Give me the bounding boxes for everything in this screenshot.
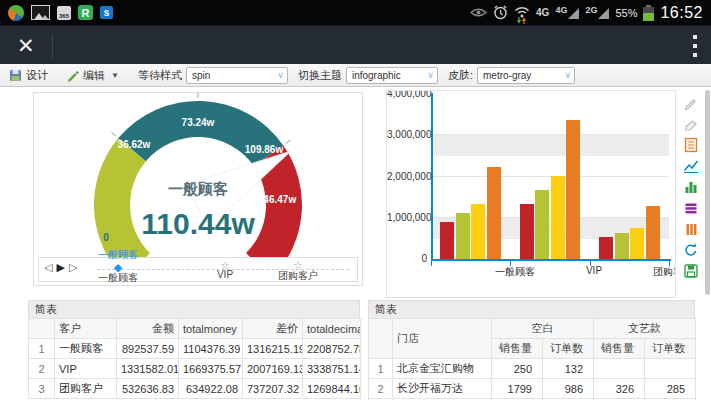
skin-label: 皮肤: [448,68,473,83]
signal-4g-icon: 4G [555,6,579,19]
table-cell: 1 [369,359,393,379]
col-totaldecimal: totaldecimal [303,319,361,339]
col-orders: 订单数 [543,339,594,359]
365-calendar-icon: 365 [57,6,71,20]
gauge-chart: 36.62w 73.24w 109.86w 0 146.47w 一般顾客 110… [34,93,362,261]
gauge-axis-label: 109.86w [245,144,284,155]
clock: 16:52 [660,4,703,22]
gauge-axis-label: 36.62w [118,139,151,150]
table-cell: 1316215.19 [243,339,303,359]
table-title: 简表 [28,300,360,318]
wait-style-label: 等待样式 [138,68,182,83]
table-cell: 1 [29,339,55,359]
save-image-icon[interactable] [683,263,699,279]
mark-pencil-icon[interactable] [683,95,699,111]
col-store: 门店 [393,319,492,359]
y-axis-label: 4,000,000 [387,90,427,99]
timeline-current-label: 一般顾客 [98,248,138,262]
table-row: 1北京金宝汇购物250132 [369,359,696,379]
bar-chart-panel: 4,000,000 3,000,000 2,000,000 1,000,000 … [386,90,676,298]
restore-refresh-icon[interactable] [683,242,699,258]
circular-app-icon [8,5,24,21]
col-sales: 销售量 [594,339,645,359]
gauge-axis-label: 0 [103,232,109,243]
col-customer: 客户 [55,319,117,339]
theme-label: 切换主题 [298,68,342,83]
bar-chart-icon[interactable] [683,179,699,195]
line-chart-icon[interactable] [683,158,699,174]
table-row: 2VIP1331582.011669375.572007169.13333875… [29,359,361,379]
table-cell: 634922.08 [179,379,243,399]
y-axis-label: 3,000,000 [387,129,427,140]
summary-table-right: 简表 门店 空白 文艺款 销售量 订单数 销售量 订单数 1北京金宝汇购物250… [368,300,695,400]
x-axis-label: 一般顾客 [495,265,535,279]
wifi-icon [514,4,530,22]
y-axis-label: 1,000,000 [387,212,427,223]
table-group-header-row: 门店 空白 文艺款 [369,319,696,339]
s-messenger-icon: s [100,6,113,19]
bar-totalmoney [535,190,549,259]
eraser-icon[interactable] [683,116,699,132]
timeline-next-button[interactable]: ▷ [69,261,77,274]
network-4g-badge: 4G [536,7,549,18]
gauge-value: 110.44w [141,207,255,240]
design-button[interactable]: 设计 [0,64,57,86]
timeline-item-active[interactable]: ◆ 一般顾客 [98,263,138,285]
bar-金额 [520,204,534,259]
bar-totaldecimal [487,167,501,259]
table-row: 2长沙开福万达1799986326285 [369,379,696,399]
overflow-menu-icon[interactable] [693,35,697,57]
r-app-icon: R [78,5,93,20]
data-activity-arrows-icon [517,17,526,24]
gauge-title: 一般顾客 [168,180,228,197]
bar-series [431,93,669,259]
vertical-scrollbar[interactable] [705,90,710,295]
table-cell: 2 [369,379,393,399]
table-cell: 892537.59 [117,339,179,359]
timeline-item[interactable]: ☆ 团购客户 [278,261,318,283]
chevron-down-icon: ∨ [564,70,571,80]
gauge-segment-teal [118,101,283,166]
action-bar-divider [52,34,53,58]
chevron-down-icon: ∨ [427,70,434,80]
timeline-prev-button[interactable]: ◁ [44,261,52,274]
close-icon[interactable]: ✕ [0,34,52,58]
timeline-play-button[interactable]: ▶ [56,261,64,274]
timeline-item[interactable]: ☆ VIP [217,261,233,280]
table-cell: 北京金宝汇购物 [393,359,492,379]
table-cell: 3 [29,379,55,399]
group-blank: 空白 [492,319,594,339]
table-row: 3团购客户532636.83634922.08737207.321269844.… [29,379,361,399]
page: 365 R s [0,0,711,400]
table-cell: 长沙开福万达 [393,379,492,399]
table-cell: 1331582.01 [117,359,179,379]
stack-icon[interactable] [683,200,699,216]
col-diff: 差价 [243,319,303,339]
edit-caret-icon: ▼ [111,71,119,80]
table-cell: 2007169.13 [243,359,303,379]
table-cell: 532636.83 [117,379,179,399]
data-view-icon[interactable] [683,137,699,153]
table-cell: 团购客户 [55,379,117,399]
chart-toolbox [682,95,700,279]
skin-select[interactable]: metro-gray ∨ [477,67,575,84]
floppy-design-icon [9,69,22,82]
tiled-icon[interactable] [683,221,699,237]
wait-style-select[interactable]: spin ∨ [186,67,288,84]
group-artsy: 文艺款 [594,319,696,339]
pencil-icon [66,69,79,82]
bar-totalmoney [615,233,629,259]
smart-stay-eye-icon [470,7,487,18]
battery-percent: 55% [615,7,637,19]
edit-button[interactable]: 编辑 ▼ [57,64,128,86]
bar-金额 [599,237,613,259]
gauge-chart-panel: 36.62w 73.24w 109.86w 0 146.47w 一般顾客 110… [33,92,363,286]
bar-差价 [630,228,644,259]
status-indicators: 4G 4G 2G 55% 16:52 [470,4,711,22]
timeline-checkpoint-icon: ◆ [98,263,138,271]
status-bar: 365 R s [0,0,711,25]
alarm-icon [493,5,508,20]
summary-table-left: 简表 客户 金额 totalmoney 差价 totaldecimal 1一般顾… [28,300,360,399]
bar-差价 [551,176,565,259]
theme-select[interactable]: infographic ∨ [346,67,438,84]
